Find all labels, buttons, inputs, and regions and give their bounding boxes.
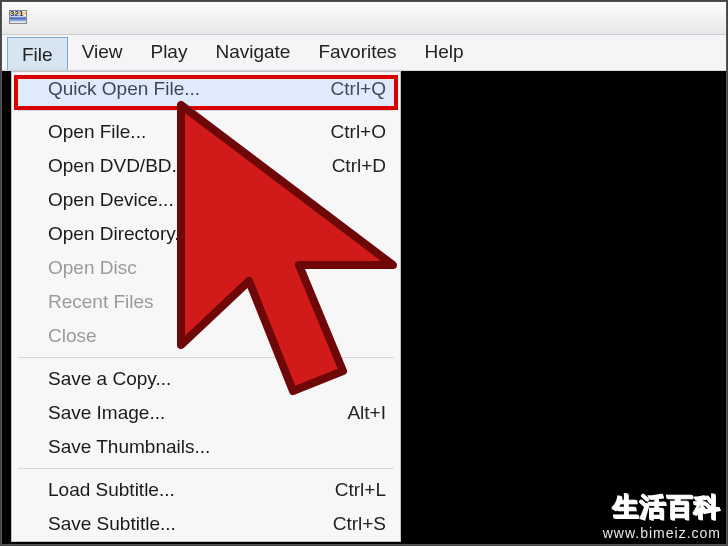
menu-item-label: Open DVD/BD... <box>48 155 316 177</box>
titlebar: 321 <box>1 1 727 35</box>
menu-item-label: Close <box>48 325 370 347</box>
menu-item-label: Save Thumbnails... <box>48 436 370 458</box>
menu-item-label: Recent Files <box>48 291 370 313</box>
menu-view[interactable]: View <box>68 35 137 70</box>
menu-item-load-subtitle[interactable]: Load Subtitle... Ctrl+L <box>12 473 400 507</box>
menu-item-shortcut: Alt+I <box>347 402 386 424</box>
menu-item-shortcut: Ctrl+D <box>332 155 386 177</box>
menu-item-close: Close <box>12 319 400 353</box>
menu-navigate[interactable]: Navigate <box>201 35 304 70</box>
menu-item-label: Open File... <box>48 121 315 143</box>
menu-item-save-a-copy[interactable]: Save a Copy... <box>12 362 400 396</box>
menu-item-label: Open Disc <box>48 257 370 279</box>
menubar: File View Play Navigate Favorites Help <box>1 35 727 71</box>
menu-item-shortcut: Ctrl+L <box>335 479 386 501</box>
menu-item-recent-files: Recent Files <box>12 285 400 319</box>
menu-item-label: Save a Copy... <box>48 368 370 390</box>
menu-item-label: Save Subtitle... <box>48 513 317 535</box>
menu-item-save-subtitle[interactable]: Save Subtitle... Ctrl+S <box>12 507 400 541</box>
menu-item-open-directory[interactable]: Open Directory... <box>12 217 400 251</box>
menu-separator <box>18 357 394 358</box>
menu-item-open-disc: Open Disc <box>12 251 400 285</box>
file-menu-dropdown: Quick Open File... Ctrl+Q Open File... C… <box>11 71 401 542</box>
menu-play[interactable]: Play <box>136 35 201 70</box>
menu-separator <box>18 468 394 469</box>
menu-item-open-device[interactable]: Open Device... <box>12 183 400 217</box>
menu-item-label: Load Subtitle... <box>48 479 319 501</box>
app-window: 321 File View Play Navigate Favorites He… <box>0 0 728 546</box>
menu-favorites[interactable]: Favorites <box>304 35 410 70</box>
menu-item-label: Open Device... <box>48 189 370 211</box>
menu-help[interactable]: Help <box>411 35 478 70</box>
menu-file[interactable]: File <box>7 37 68 70</box>
menu-item-label: Save Image... <box>48 402 331 424</box>
app-icon: 321 <box>9 8 29 28</box>
menu-item-quick-open-file[interactable]: Quick Open File... Ctrl+Q <box>12 72 400 106</box>
menu-item-label: Open Directory... <box>48 223 370 245</box>
menu-item-save-image[interactable]: Save Image... Alt+I <box>12 396 400 430</box>
menu-item-open-dvd-bd[interactable]: Open DVD/BD... Ctrl+D <box>12 149 400 183</box>
menu-item-open-file[interactable]: Open File... Ctrl+O <box>12 115 400 149</box>
menu-item-save-thumbnails[interactable]: Save Thumbnails... <box>12 430 400 464</box>
menu-item-shortcut: Ctrl+Q <box>331 78 386 100</box>
menu-separator <box>18 110 394 111</box>
menu-item-label: Quick Open File... <box>48 78 315 100</box>
menu-item-shortcut: Ctrl+S <box>333 513 386 535</box>
menu-item-shortcut: Ctrl+O <box>331 121 386 143</box>
